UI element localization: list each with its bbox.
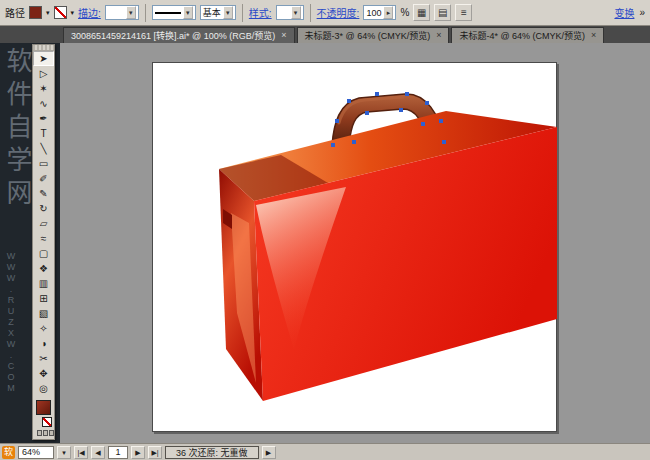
document-info-icon[interactable]: ▤	[434, 4, 451, 21]
tab-document-3[interactable]: 未标题-4* @ 64% (CMYK/预览) ×	[451, 27, 604, 43]
close-icon[interactable]: ×	[591, 31, 596, 40]
tool-mesh[interactable]: ⊞	[33, 291, 54, 306]
color-mode-icon[interactable]	[37, 430, 42, 436]
overflow-icon[interactable]: »	[639, 7, 645, 18]
fill-color-swatch[interactable]	[29, 6, 42, 19]
stroke-swatch[interactable]	[42, 417, 52, 427]
anchor-point[interactable]	[405, 92, 409, 96]
tool-pen[interactable]: ✒	[33, 111, 54, 126]
stroke-line-preview	[155, 12, 181, 14]
separator	[242, 4, 243, 22]
tool-magic-wand[interactable]: ✶	[33, 81, 54, 96]
tools-panel-list: ➤▷✶∿✒T╲▭✐✎↻▱≈▢❖▥⊞▧✧◑✂✥◎	[33, 51, 54, 396]
tool-warp[interactable]: ≈	[33, 231, 54, 246]
panel-options-icon[interactable]: ≡	[455, 4, 472, 21]
tool-scale[interactable]: ▱	[33, 216, 54, 231]
artboard[interactable]	[152, 62, 557, 432]
tool-graph[interactable]: ▥	[33, 276, 54, 291]
tab-title: 未标题-3* @ 64% (CMYK/预览)	[305, 29, 431, 42]
fill-dropdown-icon[interactable]: ▾	[46, 9, 50, 17]
anchor-point[interactable]	[442, 140, 446, 144]
tool-blend[interactable]: ◑	[33, 336, 54, 351]
anchor-point[interactable]	[347, 99, 351, 103]
opacity-link[interactable]: 不透明度:	[317, 5, 360, 20]
left-watermark-strip: 软件自学网 WWW.RUZXW.COM ➤▷✶∿✒T╲▭✐✎↻▱≈▢❖▥⊞▧✧◑…	[0, 43, 60, 443]
separator	[310, 4, 311, 22]
anchor-point[interactable]	[425, 101, 429, 105]
control-bar: 路径 ▾ ▾ 描边: ▾ ▾ 基本▾ 样式: ▾ 不透明度: 100▸ % ▦ …	[0, 0, 650, 26]
tools-panel: ➤▷✶∿✒T╲▭✐✎↻▱≈▢❖▥⊞▧✧◑✂✥◎	[32, 44, 55, 440]
close-icon[interactable]: ×	[281, 31, 286, 40]
anchor-point[interactable]	[352, 140, 356, 144]
color-swatch-stack	[33, 399, 54, 436]
stroke-weight-dropdown[interactable]: ▾	[105, 5, 139, 20]
document-tab-bar: 3008651459214161 [转换].ai* @ 100% (RGB/预览…	[0, 26, 650, 43]
page-number-field[interactable]: 1	[108, 446, 128, 459]
anchor-point[interactable]	[365, 111, 369, 115]
tool-lasso[interactable]: ∿	[33, 96, 54, 111]
none-mode-icon[interactable]	[49, 430, 54, 436]
gradient-mode-icon[interactable]	[43, 430, 48, 436]
chevron-down-icon[interactable]: ▾	[291, 6, 301, 19]
tool-gradient[interactable]: ▧	[33, 306, 54, 321]
tool-rotate[interactable]: ↻	[33, 201, 54, 216]
brush-value: 基本	[203, 6, 221, 19]
tool-pencil[interactable]: ✎	[33, 186, 54, 201]
first-page-icon[interactable]: |◀	[74, 446, 88, 459]
opacity-field[interactable]: 100▸	[363, 5, 396, 20]
selected-object-label: 路径	[5, 5, 25, 20]
stroke-dropdown-icon[interactable]: ▾	[71, 9, 75, 17]
graph-tools-icon[interactable]: ▦	[413, 4, 430, 21]
tool-rectangle[interactable]: ▭	[33, 156, 54, 171]
prev-page-icon[interactable]: ◀	[91, 446, 105, 459]
style-link[interactable]: 样式:	[249, 5, 272, 20]
tool-eyedropper[interactable]: ✧	[33, 321, 54, 336]
last-page-icon[interactable]: ▶|	[148, 446, 162, 459]
next-page-icon[interactable]: ▶	[131, 446, 145, 459]
anchor-point[interactable]	[399, 108, 403, 112]
anchor-point[interactable]	[439, 119, 443, 123]
brush-dropdown[interactable]: 基本▾	[200, 5, 236, 20]
tab-document-1[interactable]: 3008651459214161 [转换].ai* @ 100% (RGB/预览…	[63, 27, 295, 43]
fill-swatch[interactable]	[36, 400, 51, 415]
tab-title: 未标题-4* @ 64% (CMYK/预览)	[459, 29, 585, 42]
canvas-area[interactable]	[60, 43, 650, 443]
zoom-field[interactable]: 64%	[18, 446, 54, 459]
anchor-point[interactable]	[421, 122, 425, 126]
close-icon[interactable]: ×	[436, 31, 441, 40]
anchor-point[interactable]	[331, 143, 335, 147]
tool-zoom[interactable]: ◎	[33, 381, 54, 396]
chevron-down-icon[interactable]: ▾	[126, 6, 136, 19]
main-area: 软件自学网 WWW.RUZXW.COM ➤▷✶∿✒T╲▭✐✎↻▱≈▢❖▥⊞▧✧◑…	[0, 43, 650, 443]
chevron-down-icon[interactable]: ▾	[183, 6, 193, 19]
undo-status: 36 次还原: 无重做	[165, 446, 259, 459]
tool-slice[interactable]: ✂	[33, 351, 54, 366]
stroke-color-swatch[interactable]	[54, 6, 67, 19]
anchor-point[interactable]	[335, 119, 339, 123]
site-logo-icon: 软	[2, 446, 15, 459]
opacity-unit-label: %	[400, 7, 409, 18]
status-more-icon[interactable]: ▶	[262, 446, 276, 459]
tool-symbol-sprayer[interactable]: ❖	[33, 261, 54, 276]
draw-mode-row	[37, 430, 54, 436]
tool-line[interactable]: ╲	[33, 141, 54, 156]
anchor-point[interactable]	[375, 92, 379, 96]
chevron-down-icon[interactable]: ▸	[383, 6, 393, 19]
tool-type[interactable]: T	[33, 126, 54, 141]
stroke-weight-link[interactable]: 描边:	[78, 5, 101, 20]
tool-direct-selection[interactable]: ▷	[33, 66, 54, 81]
chevron-down-icon[interactable]: ▾	[223, 6, 233, 19]
tab-document-2[interactable]: 未标题-3* @ 64% (CMYK/预览) ×	[297, 27, 450, 43]
tool-free-transform[interactable]: ▢	[33, 246, 54, 261]
separator	[145, 4, 146, 22]
variable-width-dropdown[interactable]: ▾	[152, 5, 196, 20]
page-number: 1	[115, 447, 120, 457]
chevron-down-icon[interactable]: ▾	[57, 446, 71, 459]
transform-link[interactable]: 变换	[614, 5, 634, 20]
style-dropdown[interactable]: ▾	[276, 5, 304, 20]
tool-selection[interactable]: ➤	[33, 51, 54, 66]
status-bar: 软 64% ▾ |◀ ◀ 1 ▶ ▶| 36 次还原: 无重做 ▶	[0, 443, 650, 460]
opacity-value: 100	[366, 8, 381, 18]
tool-paintbrush[interactable]: ✐	[33, 171, 54, 186]
tool-hand[interactable]: ✥	[33, 366, 54, 381]
